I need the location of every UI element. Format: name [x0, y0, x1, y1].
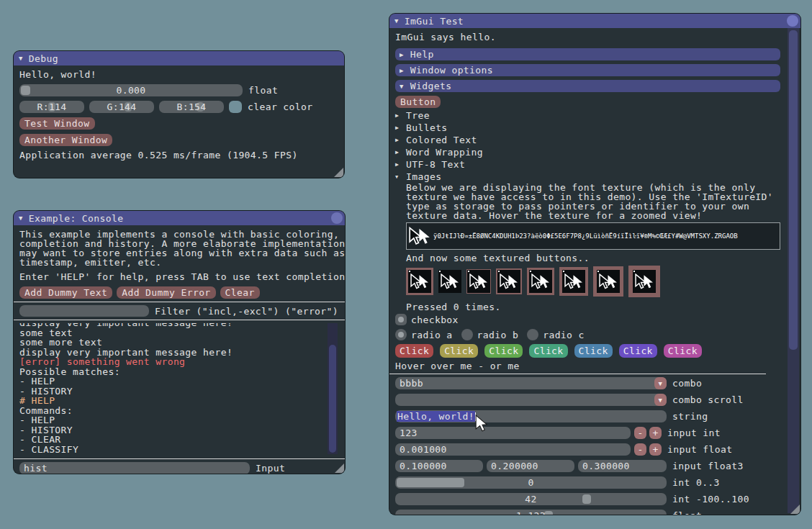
image-button-7[interactable] — [628, 266, 660, 297]
log-line: - CLASSIFY — [19, 445, 339, 455]
combo-arrow-icon[interactable]: ▼ — [654, 377, 667, 389]
checkbox-label: checkbox — [411, 315, 459, 325]
header-widgets[interactable]: ▼ Widgets — [395, 80, 780, 92]
intro-text: timestamp, emitter, etc. — [19, 258, 339, 267]
input-float-value: 0.001000 — [400, 444, 447, 455]
float3-z-value: 0.300000 — [582, 461, 630, 471]
tree-node-tree[interactable]: ▶ Tree — [395, 109, 780, 122]
window-scrollbar-thumb[interactable] — [789, 30, 798, 350]
console-titlebar[interactable]: ▼ Example: Console — [14, 211, 345, 225]
float3-y-value: 0.200000 — [491, 461, 538, 471]
collapse-icon[interactable]: ▼ — [394, 14, 399, 28]
image-button-0[interactable] — [406, 268, 433, 295]
slider-grab[interactable] — [544, 511, 553, 515]
log-scrollbar[interactable] — [328, 323, 338, 454]
collapse-icon[interactable]: ▼ — [19, 51, 23, 65]
tree-closed-icon: ▶ — [395, 149, 406, 155]
input-float-field[interactable]: 0.001000 — [395, 443, 631, 456]
tree-label: Tree — [406, 110, 430, 121]
tree-node-word-wrapping[interactable]: ▶ Word Wrapping — [395, 146, 780, 158]
hello-text: ImGui says hello. — [395, 32, 780, 42]
test-window-button[interactable]: Test Window — [19, 117, 95, 130]
combo-scroll-box[interactable]: ▼ — [395, 394, 667, 406]
input-int-field[interactable]: 123 — [395, 427, 631, 439]
float3-x-value: 0.100000 — [400, 461, 447, 471]
slider-grab[interactable] — [582, 494, 591, 504]
image-button-5[interactable] — [559, 267, 588, 296]
imgui-titlebar[interactable]: ▼ ImGui Test — [389, 14, 800, 28]
color-edit-g[interactable]: G:144 — [89, 101, 154, 113]
input-float3-y[interactable]: 0.200000 — [487, 460, 574, 472]
tree-node-bullets[interactable]: ▶ Bullets — [395, 122, 780, 134]
window-scrollbar[interactable] — [788, 28, 799, 513]
tree-node-colored-text[interactable]: ▶ Colored Text — [395, 134, 780, 146]
click-button-5[interactable]: Click — [574, 344, 613, 358]
slider-float[interactable]: 1.123 — [395, 510, 667, 515]
add-dummy-error-button[interactable]: Add Dummy Error — [117, 286, 215, 299]
close-circle-button[interactable] — [787, 15, 798, 27]
plus-button[interactable]: + — [649, 443, 662, 456]
add-dummy-text-button[interactable]: Add Dummy Text — [19, 286, 112, 299]
log-line: - HISTORY — [19, 386, 339, 397]
slider-int-100-100[interactable]: 42 — [395, 493, 667, 505]
input-float-label: input float — [667, 444, 733, 455]
combo-arrow-icon[interactable]: ▼ — [654, 394, 667, 406]
minus-button[interactable]: - — [634, 443, 646, 456]
checkbox[interactable] — [395, 314, 407, 325]
image-button-6[interactable] — [593, 266, 623, 297]
color-edit-b[interactable]: B:154 — [159, 101, 224, 113]
log-scrollbar-thumb[interactable] — [329, 345, 336, 453]
console-input-value: hist — [24, 463, 48, 474]
debug-titlebar[interactable]: ▼ Debug — [14, 51, 344, 65]
image-button-2[interactable] — [466, 269, 491, 294]
close-circle-button[interactable] — [331, 212, 343, 224]
header-window-options[interactable]: ▶ Window options — [395, 64, 780, 76]
filter-input[interactable] — [19, 305, 149, 317]
click-button-6[interactable]: Click — [619, 344, 657, 358]
click-button-2[interactable]: Click — [440, 344, 478, 358]
clear-button[interactable]: Clear — [220, 286, 260, 299]
log-line: - HISTORY — [19, 425, 339, 435]
image-button-3[interactable] — [496, 268, 522, 294]
slider-int1-label: int 0..3 — [672, 477, 720, 488]
resize-grip[interactable] — [334, 168, 343, 177]
header-label: Widgets — [410, 81, 452, 91]
click-button-4[interactable]: Click — [529, 344, 567, 358]
float-slider[interactable]: 0.000 — [19, 84, 243, 96]
input-float3-x[interactable]: 0.100000 — [395, 460, 483, 472]
button-widget[interactable]: Button — [395, 96, 441, 108]
tree-label: Bullets — [406, 122, 448, 133]
another-window-button[interactable]: Another Window — [19, 134, 112, 146]
click-button-1[interactable]: Click — [395, 344, 433, 358]
minus-button[interactable]: - — [634, 427, 646, 439]
image-button-1[interactable] — [438, 270, 461, 293]
slider-grab[interactable] — [21, 86, 30, 95]
string-input[interactable]: Hello, world! — [395, 410, 667, 422]
slider-value: 1.123 — [516, 510, 546, 515]
radio-a-label: radio a — [411, 330, 453, 340]
hover-text[interactable]: Hover over me - or me — [395, 361, 780, 371]
click-button-3[interactable]: Click — [484, 344, 523, 358]
console-input[interactable]: hist — [19, 462, 250, 474]
plus-button[interactable]: + — [649, 427, 662, 439]
collapse-icon[interactable]: ▼ — [19, 211, 23, 225]
color-edit-r[interactable]: R:114 — [19, 101, 84, 113]
combo-box[interactable]: bbbb ▼ — [395, 377, 667, 389]
click-button-7[interactable]: Click — [664, 344, 702, 358]
slider-grab[interactable] — [397, 478, 464, 487]
mouse-cursor — [475, 415, 488, 432]
tree-node-images[interactable]: ▼ Images — [395, 171, 780, 183]
radio-b[interactable] — [461, 329, 473, 340]
input-float3-z[interactable]: 0.300000 — [578, 460, 667, 472]
radio-a[interactable] — [395, 329, 407, 340]
slider-int-0-3[interactable]: 0 — [395, 476, 667, 489]
tree-node-utf8[interactable]: ▶ UTF-8 Text — [395, 158, 780, 171]
expanded-icon: ▼ — [400, 79, 404, 94]
font-texture-glyphs: ýÇf}-{ÿj()[]|¥ÝBÑòÙõóÃÂÀÄö½¼ÙÚŽŠ8éê/â/èÞ… — [433, 222, 777, 250]
filter-label: Filter ("incl,-excl") ("error") — [155, 306, 338, 317]
radio-c[interactable] — [527, 329, 538, 340]
image-button-4[interactable] — [527, 268, 554, 295]
clear-color-swatch[interactable] — [229, 101, 242, 113]
header-help[interactable]: ▶ Help — [395, 48, 780, 60]
font-texture-image[interactable]: ýÇf}-{ÿj()[]|¥ÝBÑòÙõóÃÂÀÄö½¼ÙÚŽŠ8éê/â/èÞ… — [406, 222, 780, 250]
